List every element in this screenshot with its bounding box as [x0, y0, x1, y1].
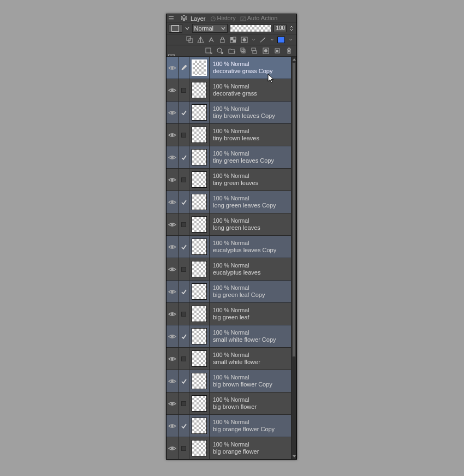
layer-info[interactable]: 100 % Normalbig orange flower Copy — [210, 415, 296, 437]
visibility-toggle[interactable] — [166, 370, 179, 392]
visibility-toggle[interactable] — [166, 191, 179, 213]
trash-icon[interactable] — [284, 46, 293, 55]
visibility-toggle[interactable] — [166, 169, 179, 191]
layer-thumbnail[interactable] — [189, 281, 210, 302]
reference-icon[interactable] — [196, 35, 205, 44]
visibility-toggle[interactable] — [166, 146, 179, 168]
layer-check[interactable] — [179, 370, 189, 392]
mask-dropdown-icon[interactable] — [251, 35, 256, 44]
layer-info[interactable]: 100 % Normaldecorative grass — [210, 79, 296, 101]
ruler-dropdown-icon[interactable] — [269, 35, 275, 44]
layer-check[interactable] — [179, 236, 189, 258]
layer-check[interactable] — [179, 392, 189, 414]
new-vector-layer-icon[interactable] — [216, 46, 224, 55]
mask-icon[interactable] — [240, 35, 248, 44]
layer-row[interactable]: 100 % Normalbig orange flower Copy — [166, 415, 296, 437]
ruler-icon[interactable] — [258, 35, 267, 44]
lock-transparent-icon[interactable] — [229, 35, 237, 44]
layer-check[interactable] — [179, 102, 189, 123]
layer-info[interactable]: 100 % Normalbig brown flower Copy — [210, 370, 296, 392]
layer-thumbnail[interactable] — [189, 392, 210, 414]
lock-icon[interactable] — [218, 35, 227, 44]
layer-thumbnail[interactable] — [189, 370, 210, 392]
palette-shape-button[interactable] — [169, 24, 182, 33]
layer-row[interactable]: 100 % Normaltiny green leaves — [166, 169, 296, 191]
tab-auto-action[interactable]: Auto Action — [239, 14, 281, 22]
layer-row[interactable]: 100 % Normaltiny green leaves Copy — [166, 146, 296, 169]
layer-info[interactable]: 100 % Normalbig orange flower — [210, 437, 296, 459]
layer-info[interactable]: 100 % Normaltiny green leaves Copy — [210, 146, 296, 168]
palette-shape-dropdown-icon[interactable] — [185, 24, 190, 33]
layer-check[interactable] — [179, 213, 189, 235]
layer-info[interactable]: 100 % Normalsmall white flower — [210, 348, 296, 370]
layer-thumbnail[interactable] — [189, 79, 210, 101]
layer-info[interactable]: 100 % Normaltiny brown leaves Copy — [210, 102, 296, 123]
layer-row[interactable]: 100 % Normalbig orange flower — [166, 437, 296, 459]
layer-info[interactable]: 100 % Normaleucalyptus leaves Copy — [210, 236, 296, 258]
layer-color-swatch[interactable] — [277, 35, 285, 44]
layer-info[interactable]: 100 % Normallong green leaves — [210, 213, 296, 235]
panel-menu-icon[interactable] — [169, 14, 176, 22]
visibility-toggle[interactable] — [166, 236, 179, 258]
create-mask-icon[interactable] — [261, 46, 270, 55]
layer-check[interactable] — [179, 146, 189, 168]
layer-info[interactable]: 100 % Normaltiny brown leaves — [210, 124, 296, 146]
layer-info[interactable]: 100 % Normalbig green leaf Copy — [210, 281, 296, 302]
layer-info[interactable]: 100 % Normallong green leaves Copy — [210, 191, 296, 213]
layer-row[interactable]: 100 % Normaldecorative grass — [166, 79, 296, 102]
layer-thumbnail[interactable] — [189, 258, 210, 280]
visibility-toggle[interactable] — [166, 258, 179, 280]
blend-mode-select[interactable]: Normal — [192, 24, 228, 33]
visibility-toggle[interactable] — [166, 303, 179, 325]
layer-check[interactable] — [179, 57, 189, 79]
layer-row[interactable]: 100 % Normalsmall white flower Copy — [166, 325, 296, 348]
draft-icon[interactable] — [207, 35, 216, 44]
layer-row[interactable]: 100 % Normaleucalyptus leaves — [166, 258, 296, 281]
layer-check[interactable] — [179, 415, 189, 437]
visibility-toggle[interactable] — [166, 348, 179, 370]
layer-thumbnail[interactable] — [189, 146, 210, 168]
layer-row[interactable]: 100 % Normallong green leaves — [166, 213, 296, 236]
layer-thumbnail[interactable] — [189, 415, 210, 437]
visibility-toggle[interactable] — [166, 213, 179, 235]
layer-thumbnail[interactable] — [189, 57, 210, 79]
visibility-toggle[interactable] — [166, 124, 179, 146]
opacity-stepper-icon[interactable] — [289, 24, 294, 33]
visibility-toggle[interactable] — [166, 415, 179, 437]
layer-thumbnail[interactable] — [189, 325, 210, 347]
visibility-toggle[interactable] — [166, 102, 179, 123]
layer-info[interactable]: 100 % Normaldecorative grass Copy — [210, 57, 296, 79]
merge-down-icon[interactable] — [250, 46, 259, 55]
visibility-toggle[interactable] — [166, 437, 179, 459]
layer-thumbnail[interactable] — [189, 169, 210, 191]
layer-check[interactable] — [179, 124, 189, 146]
visibility-toggle[interactable] — [166, 281, 179, 302]
visibility-toggle[interactable] — [166, 392, 179, 414]
layer-info[interactable]: 100 % Normalbig green leaf — [210, 303, 296, 325]
layer-thumbnail[interactable] — [189, 303, 210, 325]
layer-thumbnail[interactable] — [189, 102, 210, 123]
scrollbar-thumb[interactable] — [292, 62, 296, 357]
layers-scrollbar[interactable] — [291, 57, 296, 459]
layer-row[interactable]: 100 % Normaltiny brown leaves — [166, 124, 296, 146]
layer-thumbnail[interactable] — [189, 191, 210, 213]
layer-color-dropdown-icon[interactable] — [288, 35, 293, 44]
layer-check[interactable] — [179, 325, 189, 347]
visibility-toggle[interactable] — [166, 325, 179, 347]
layer-check[interactable] — [179, 303, 189, 325]
tab-history[interactable]: History — [209, 14, 239, 22]
layer-info[interactable]: 100 % Normaltiny green leaves — [210, 169, 296, 191]
layer-thumbnail[interactable] — [189, 437, 210, 459]
layer-thumbnail[interactable] — [189, 348, 210, 370]
layer-row[interactable]: 100 % Normalsmall white flower — [166, 348, 296, 370]
layer-thumbnail[interactable] — [189, 124, 210, 146]
layer-check[interactable] — [179, 437, 189, 459]
layer-check[interactable] — [179, 191, 189, 213]
visibility-toggle[interactable] — [166, 57, 179, 79]
visibility-toggle[interactable] — [166, 79, 179, 101]
clip-icon[interactable] — [185, 35, 194, 44]
layer-row[interactable]: 100 % Normalbig brown flower — [166, 392, 296, 415]
apply-mask-icon[interactable] — [273, 46, 282, 55]
layer-info[interactable]: 100 % Normalsmall white flower Copy — [210, 325, 296, 347]
layer-row[interactable]: 100 % Normalbig green leaf — [166, 303, 296, 325]
